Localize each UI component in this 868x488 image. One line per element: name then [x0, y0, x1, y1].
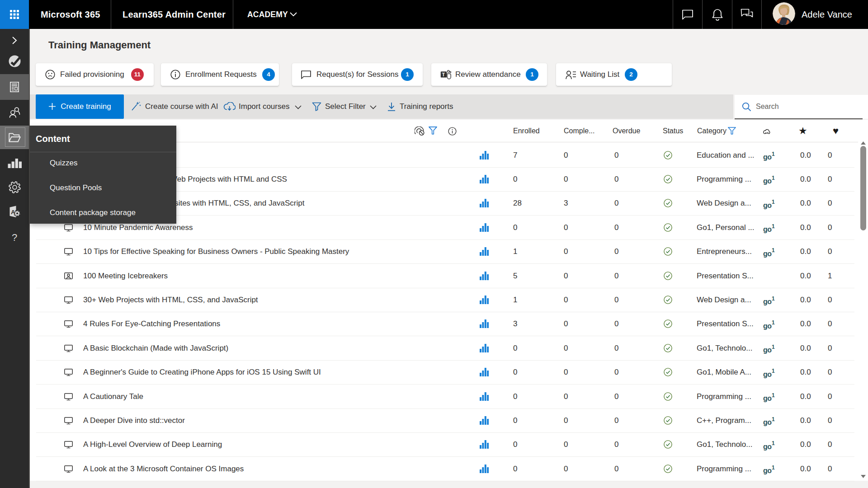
svg-text:T: T [442, 72, 445, 77]
